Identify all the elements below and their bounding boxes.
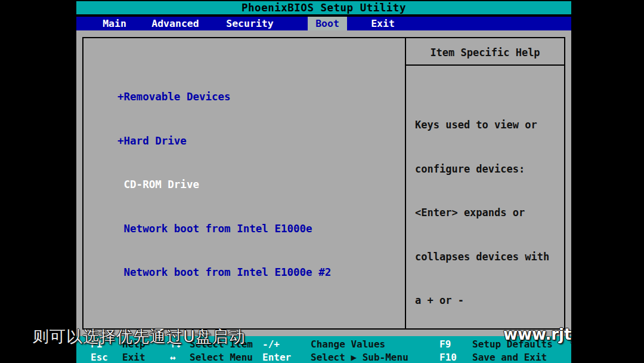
tab-boot[interactable]: Boot bbox=[308, 17, 347, 30]
help-panel: Item Specific Help Keys used to view or … bbox=[405, 38, 564, 328]
boot-item-cdrom-drive[interactable]: CD-ROM Drive bbox=[117, 177, 331, 192]
key-leftright-icon: ↔ bbox=[170, 352, 176, 363]
video-frame: PhoenixBIOS Setup Utility Main Advanced … bbox=[0, 0, 644, 363]
menu-bar: Main Advanced Security Boot Exit bbox=[76, 17, 571, 30]
key-f10-label: Save and Exit bbox=[472, 352, 547, 363]
key-esc-label: Exit bbox=[122, 352, 145, 363]
tab-main[interactable]: Main bbox=[98, 17, 131, 30]
help-line: <Enter> expands or bbox=[415, 205, 562, 220]
content-frame: +Removable Devices +Hard Drive CD-ROM Dr… bbox=[82, 37, 565, 330]
page-title: PhoenixBIOS Setup Utility bbox=[242, 2, 406, 14]
watermark-text: www.rjtj bbox=[503, 325, 571, 343]
subtitle-overlay: 则可以选择优先通过U盘启动 bbox=[33, 326, 246, 347]
bios-screen: PhoenixBIOS Setup Utility Main Advanced … bbox=[76, 0, 571, 363]
help-line: collapses devices with bbox=[415, 250, 562, 264]
boot-device-list: +Removable Devices +Hard Drive CD-ROM Dr… bbox=[117, 60, 331, 309]
key-minusplus-label: Change Values bbox=[311, 339, 385, 350]
boot-item-network-boot-1[interactable]: Network boot from Intel E1000e bbox=[117, 222, 331, 236]
help-panel-title: Item Specific Help bbox=[406, 38, 564, 66]
boot-item-network-boot-2[interactable]: Network boot from Intel E1000e #2 bbox=[117, 265, 331, 280]
help-panel-body: Keys used to view or configure devices: … bbox=[406, 66, 564, 363]
help-line: configure devices: bbox=[415, 162, 562, 177]
key-f9: F9 bbox=[439, 339, 451, 350]
boot-item-hard-drive[interactable]: +Hard Drive bbox=[117, 134, 331, 149]
tab-advanced[interactable]: Advanced bbox=[149, 17, 202, 30]
key-enter: Enter bbox=[262, 352, 291, 363]
key-f10: F10 bbox=[439, 352, 457, 363]
title-bar: PhoenixBIOS Setup Utility bbox=[76, 1, 571, 14]
key-enter-label: Select ▶ Sub-Menu bbox=[311, 352, 408, 363]
key-esc: Esc bbox=[91, 352, 108, 363]
help-line: Keys used to view or bbox=[415, 118, 562, 133]
key-leftright-label: Select Menu bbox=[190, 352, 253, 363]
key-minusplus: -/+ bbox=[262, 339, 280, 350]
help-line: a + or - bbox=[415, 293, 562, 308]
boot-item-removable-devices[interactable]: +Removable Devices bbox=[117, 90, 331, 104]
tab-security[interactable]: Security bbox=[223, 17, 277, 30]
tab-exit[interactable]: Exit bbox=[366, 17, 400, 30]
